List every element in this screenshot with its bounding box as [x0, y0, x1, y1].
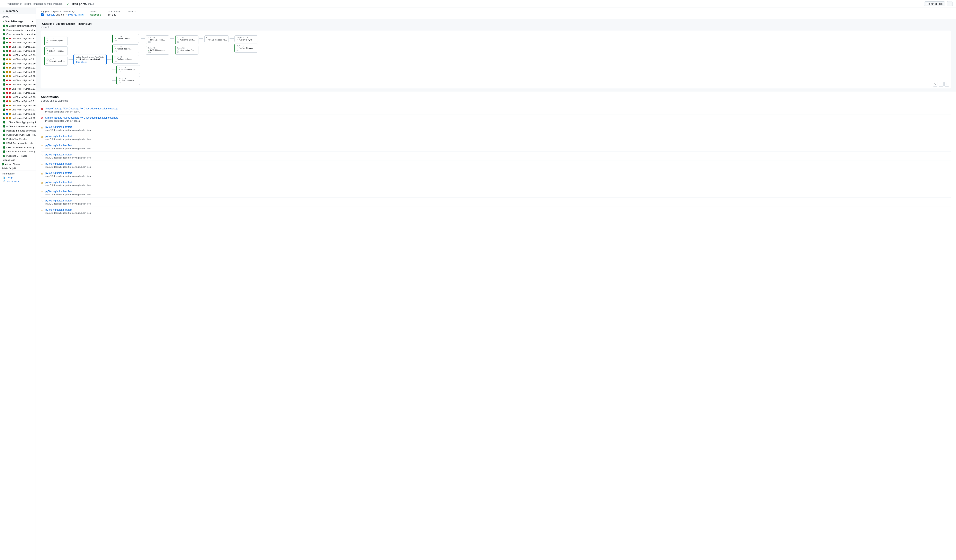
warn-link-4[interactable]: pyTooling/upload-artifact — [46, 153, 72, 156]
sidebar-item-ut-313-1[interactable]: ✓ Unit Tests - Python 3.13 — [0, 53, 36, 58]
sidebar-item-ut-39-3[interactable]: ✓ Unit Tests - Python 3.9 — [0, 78, 36, 83]
chevron-up-icon: ∧ — [31, 20, 33, 23]
sidebar-item-ut-312-3[interactable]: ✓ Unit Tests - Python 3.12 — [0, 91, 36, 95]
warn-link-5[interactable]: pyTooling/upload-artifact — [46, 162, 72, 165]
sidebar-item-latex-doc[interactable]: ✓ LaTeX Documentation using ... — [0, 146, 36, 150]
sidebar-group-simplepackage[interactable]: ✓ SimplePackage ∧ — [0, 19, 36, 24]
node-publish-test[interactable]: S.../ ... / ⊞ ✓ Publish Test Re... 13s — [112, 44, 139, 53]
annotation-link-2[interactable]: SimplePackage / DocCoverage / •• Check d… — [45, 116, 118, 119]
actor-name[interactable]: Paebbels — [45, 13, 55, 16]
warn-link-9[interactable]: pyTooling/upload-artifact — [46, 199, 72, 202]
warn-link-8[interactable]: pyTooling/upload-artifact — [46, 190, 72, 193]
b2 — [9, 117, 11, 119]
branch-badge[interactable]: dev — [79, 14, 84, 16]
error-icon-2: ✕ — [41, 116, 43, 120]
b2 — [9, 63, 11, 64]
sidebar-item-extract-config[interactable]: ✓ Extract configurations from p... — [0, 24, 36, 28]
item-label: Unit Tests - Python 3.11 — [12, 87, 36, 91]
sidebar-item-ut-312-2[interactable]: ✓ Unit Tests - Python 3.12 — [0, 70, 36, 74]
breadcrumb-area: ← Verification of Pipeline Templates (Si… — [3, 2, 94, 6]
zoom-in-button[interactable]: + — [944, 82, 949, 86]
rerun-all-button[interactable]: Re-run all jobs — [924, 2, 945, 6]
warn-link-10[interactable]: pyTooling/upload-artifact — [46, 209, 72, 211]
status-icon: ✓ — [3, 150, 5, 153]
sidebar-item-ut-310-2[interactable]: ✓ Unit Tests - Python 3.10 — [0, 61, 36, 66]
sidebar-item-gen-pipeline-2[interactable]: ✓ Generate pipeline parameters — [0, 32, 36, 36]
warn-link-6[interactable]: pyTooling/upload-artifact — [46, 172, 72, 174]
more-options-button[interactable]: ··· — [947, 1, 953, 6]
warn-link-2[interactable]: pyTooling/upload-artifact — [46, 135, 72, 138]
node-gen-pipeline-2[interactable]: S.../ ... / ✓ ✓ Generate pipelin... 0s — [44, 56, 68, 66]
zoom-out-button[interactable]: − — [939, 82, 943, 86]
node-latex-doc[interactable]: S.../ ... / ⊞ ✓ LaTeX Docume... 53s — [146, 45, 169, 55]
warn-msg-8: macOS doesn't support removing hidden fi… — [46, 193, 91, 196]
b1 — [6, 50, 8, 52]
sidebar-item-ut-312-orange[interactable]: ✓ Unit Tests - Python 3.12 — [0, 116, 36, 120]
sidebar-item-publish-coverage[interactable]: ✓ Publish Code Coverage Results — [0, 133, 36, 137]
node-publish-gh[interactable]: S.../ ... / ⊞ ✓ Publish to GH-P... 7s — [175, 35, 198, 44]
sidebar-item-ut-310-4[interactable]: ✓ Unit Tests - Python 3.10 — [0, 104, 36, 108]
sidebar-item-ut-39-4[interactable]: ✓ Unit Tests - Python 3.9 — [0, 99, 36, 104]
sidebar-item-check-doc[interactable]: ✓ •• Check documentation covera... — [0, 124, 36, 129]
jobs-section-label: Jobs — [0, 14, 36, 19]
node-publish-pypi[interactable]: Simple.../ ... / ✓ ○ Publish to PyPI — [234, 35, 258, 42]
status-label: Status — [90, 10, 101, 13]
node-check-doc[interactable]: S.../ ... / •• ✓ Check docume... 18s — [116, 76, 140, 85]
zoom-fullscreen-button[interactable]: ⤡ — [933, 82, 938, 86]
sidebar-item-ut-313-3[interactable]: ✓ Unit Tests - Python 3.13 — [0, 95, 36, 99]
sidebar-item-ut-310-1[interactable]: ✓ Unit Tests - Python 3.10 — [0, 41, 36, 45]
sidebar-item-ut-39-1[interactable]: ✓ Unit Tests - Python 3.9 — [0, 36, 36, 41]
sidebar-item-publish-gh[interactable]: ✓ Publish to GH-Pages — [0, 154, 36, 158]
sidebar-item-ut-312-1[interactable]: ✓ Unit Tests - Python 3.12 — [0, 49, 36, 53]
sidebar-item-ut-311-4[interactable]: ✓ Unit Tests - Python 3.11 — [0, 108, 36, 112]
sidebar-item-ut-313-2[interactable]: ✓ Unit Tests - Python 3.13 — [0, 74, 36, 78]
b1 — [6, 80, 8, 81]
sidebar-item-ut-39-2[interactable]: ✓ Unit Tests - Python 3.9 — [0, 57, 36, 61]
sidebar-item-intermediate-cleanup[interactable]: ✓ Intermediate Artifact Cleanup — [0, 149, 36, 154]
annotation-link-1[interactable]: SimplePackage / DocCoverage / •• Check d… — [45, 107, 118, 110]
item-label: Unit Tests - Python 3.12 — [12, 116, 36, 120]
sidebar-item-publish-test[interactable]: ✓ Publish Test Results — [0, 137, 36, 141]
workflow-file-link[interactable]: 📄 Workflow file — [2, 180, 33, 184]
node-html-doc[interactable]: S.../ ... / ⊞ ✓ HTML Docume... 55s — [146, 35, 169, 44]
sidebar-item-package[interactable]: ✓ Package in Source and Wheel... — [0, 129, 36, 133]
sidebar-item-ut-311-1[interactable]: ✓ Unit Tests - Python 3.11 — [0, 45, 36, 49]
usage-link[interactable]: 📊 Usage — [2, 176, 33, 180]
sidebar-item-html-doc[interactable]: ✓ HTML Documentation using ... — [0, 141, 36, 146]
sidebar-item-publish-pypi[interactable]: PublishOnlyPi — [0, 166, 36, 171]
sidebar-item-ut-312-blue[interactable]: ✓ Unit Tests - Python 3.12 — [0, 112, 36, 116]
node-create-release[interactable]: S.../ ... / ✓ ○ Create 'Release Pa... — [204, 35, 229, 42]
duration-value: 5m 14s — [108, 13, 121, 16]
sidebar-item-artifact-cleanup[interactable]: ✓ Artifact Cleanup — [0, 162, 36, 166]
summary-nav-item[interactable]: ✓ Summary — [0, 8, 36, 14]
warn-link-1[interactable]: pyTooling/upload-artifact — [46, 125, 72, 129]
node-extract-config[interactable]: S.../ ... / ✎ ✓ Extract configur... 4s — [44, 46, 68, 55]
sidebar-item-check-static[interactable]: ✓ •• Check Static Typing using Pyt... — [0, 120, 36, 125]
node-intermediate-cleanup[interactable]: S.../ ... / ☰ ✓ Intermediate A... 16s — [175, 45, 198, 55]
sidebar-item-release-page[interactable]: ReleasePage — [0, 158, 36, 162]
status-icon: ✓ — [3, 117, 5, 119]
status-icon: ✓ — [3, 50, 5, 52]
node-package[interactable]: S.../ ... / ⊞ ✓ Package in Sou... 18s — [112, 55, 139, 64]
node-artifact-cleanup[interactable]: S.../ ... / ☰ ✓ Artifact Cleanup 4s — [234, 44, 258, 53]
item-label: PublishOnlyPi — [2, 167, 16, 170]
summary-icon: ✓ — [2, 9, 5, 13]
conn-4-4b — [199, 38, 203, 39]
sidebar-item-gen-pipeline-1[interactable]: ✓ Generate pipeline parameters — [0, 28, 36, 32]
node-publish-code[interactable]: S.../ ... / ⊞ ✓ Publish Code C... 20s — [112, 34, 139, 43]
b2 — [9, 105, 11, 107]
sidebar-item-ut-311-2[interactable]: ✓ Unit Tests - Python 3.11 — [0, 66, 36, 70]
warn-link-3[interactable]: pyTooling/upload-artifact — [46, 144, 72, 147]
matrix-box[interactable]: Matrix: SimplePackage / UnitTest... ✓ 22… — [74, 54, 107, 65]
node-check-static[interactable]: S.../ ... / •• ✓ Check Static Ty... 17s — [116, 65, 140, 74]
sidebar-item-ut-311-3[interactable]: ✓ Unit Tests - Python 3.11 — [0, 87, 36, 91]
matrix-check-icon: ✓ — [76, 58, 77, 61]
b1 — [6, 46, 8, 48]
warn-link-7[interactable]: pyTooling/upload-artifact — [46, 181, 72, 184]
matrix-show-all[interactable]: Show all jobs — [76, 61, 104, 63]
commit-hash[interactable]: d0f07e1 — [68, 14, 77, 16]
sidebar-item-ut-310-3[interactable]: ✓ Unit Tests - Python 3.10 — [0, 82, 36, 87]
summary-label: Summary — [6, 9, 18, 13]
node-gen-pipeline-1[interactable]: S.../ ... / ✓ ✓ Generate pipelin... 0s — [44, 36, 68, 45]
node-status-icon: ○ — [206, 39, 208, 41]
